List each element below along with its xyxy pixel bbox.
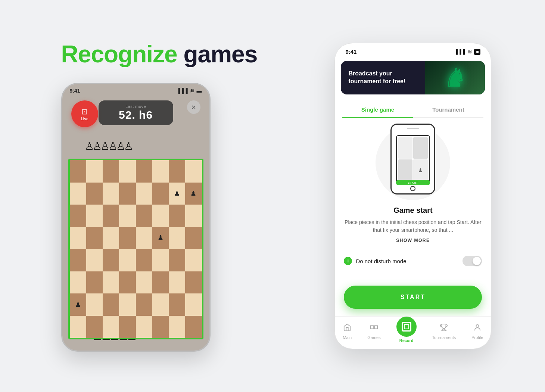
cell-f5: ♟ (152, 227, 169, 249)
cell-c5 (103, 227, 119, 249)
last-move-badge: Last move 52. h6 (99, 100, 173, 125)
tabs-container: Single game Tournament (342, 102, 483, 118)
cell-e1 (136, 316, 152, 338)
cell-f1 (152, 316, 169, 338)
cell-e6 (136, 205, 152, 227)
signal-icon: ▐▐▐ (177, 88, 188, 94)
right-phone-time: 9:41 (345, 49, 356, 55)
cell-c1 (103, 316, 119, 338)
cell-e3 (136, 271, 152, 294)
wifi-icon: ≋ (190, 88, 194, 94)
nav-main[interactable]: Main (343, 323, 352, 340)
cell-e4 (136, 249, 152, 271)
cell-h7: ♟ (185, 183, 202, 205)
record-button[interactable] (396, 317, 417, 337)
nav-games[interactable]: Games (367, 323, 380, 340)
cell-g1 (169, 316, 185, 338)
cell-e2 (136, 293, 152, 316)
start-button-label: START (401, 294, 426, 301)
cell-g7: ♟ (169, 183, 185, 205)
cell-f3 (152, 271, 169, 294)
start-button[interactable]: START (344, 286, 482, 309)
left-phone-mockup: 9:41 ▐▐▐ ≋ ▬ ⊡ Live Last move 52. h6 ✕ ♙… (61, 83, 211, 352)
nav-profile[interactable]: Profile (471, 323, 483, 340)
cell-h6 (185, 205, 202, 227)
screen-q2 (413, 137, 428, 159)
cell-g5: ♙ (169, 227, 185, 249)
banner-decoration: ♞ (425, 61, 485, 94)
chess-board-container: ♟ ♟ ♟ ♙ (68, 159, 203, 339)
cell-g6 (169, 205, 185, 227)
phone-speaker (407, 128, 419, 129)
cell-h3 (185, 271, 202, 294)
cell-b4 (86, 249, 103, 271)
bottom-nav: Main Games Record Tournaments Profile (335, 316, 491, 349)
phone-start-bar: START (396, 180, 430, 185)
dnd-row: i Do not disturb mode (344, 251, 482, 271)
right-status-icons: ▐▐▐ ≋ ■ (455, 49, 481, 55)
cell-d1 (119, 316, 136, 338)
cell-g8 (169, 160, 185, 183)
last-move-value: 52. h6 (109, 109, 163, 121)
cell-f4 (152, 249, 169, 271)
game-start-desc: Place pieces in the initial chess positi… (344, 218, 482, 234)
dnd-info-icon: i (344, 257, 352, 265)
cell-h1 (185, 316, 202, 338)
cell-d4 (119, 249, 136, 271)
pieces-top: ♙♙♙♙♙♙ (85, 140, 132, 152)
cast-icon: ⊡ (81, 107, 88, 116)
nav-tournaments[interactable]: Tournaments (432, 323, 456, 340)
left-phone-time: 9:41 (70, 88, 80, 94)
cell-h2 (185, 293, 202, 316)
headline: Recognize games (61, 40, 258, 68)
nav-games-label: Games (367, 335, 380, 340)
nav-tournaments-label: Tournaments (432, 335, 456, 340)
cell-b7 (86, 183, 103, 205)
battery-icon: ▬ (197, 88, 202, 94)
broadcast-banner[interactable]: Broadcast your tournament for free! ♞ (341, 61, 485, 94)
cell-a4 (70, 249, 86, 271)
games-icon (370, 323, 378, 334)
tab-tournament[interactable]: Tournament (413, 102, 483, 117)
chess-board: ♟ ♟ ♟ ♙ (70, 160, 202, 338)
cell-c2 (103, 293, 119, 316)
home-icon (343, 323, 351, 334)
cell-c4 (103, 249, 119, 271)
game-start-title: Game start (393, 206, 433, 215)
headline-dark: games (177, 41, 258, 68)
show-more-button[interactable]: SHOW MORE (396, 238, 430, 243)
right-phone-mockup: 9:41 ▐▐▐ ≋ ■ Broadcast your tournament f… (334, 43, 491, 349)
illustration-circle: ♟ START (376, 125, 450, 200)
cell-a5 (70, 227, 86, 249)
cell-d6 (119, 205, 136, 227)
live-button[interactable]: ⊡ Live (71, 100, 98, 127)
toggle-knob (473, 257, 481, 265)
cell-b3 (86, 271, 103, 294)
cell-f2 (152, 293, 169, 316)
cell-a7 (70, 183, 86, 205)
left-section: Recognize games 9:41 ▐▐▐ ≋ ▬ ⊡ Live Last… (61, 40, 258, 352)
live-label: Live (81, 117, 88, 121)
cell-f8 (152, 160, 169, 183)
knight-icon: ♞ (443, 62, 467, 93)
screen-q3 (398, 159, 413, 181)
close-button[interactable]: ✕ (187, 100, 200, 114)
dnd-toggle[interactable] (463, 256, 482, 266)
profile-icon (473, 323, 482, 334)
cell-b8 (86, 160, 103, 183)
cell-d7 (119, 183, 136, 205)
cell-f6 (152, 205, 169, 227)
cell-h8 (185, 160, 202, 183)
cell-b6 (86, 205, 103, 227)
nav-record[interactable]: Record (396, 320, 417, 343)
cell-f7 (152, 183, 169, 205)
cell-a3 (70, 271, 86, 294)
dnd-label: Do not disturb mode (356, 258, 406, 264)
phone-illustration: ♟ START (390, 124, 435, 195)
cell-c3 (103, 271, 119, 294)
cell-d3 (119, 271, 136, 294)
cell-b5 (86, 227, 103, 249)
tab-single-game[interactable]: Single game (342, 102, 413, 117)
cell-c7 (103, 183, 119, 205)
last-move-label: Last move (109, 104, 163, 109)
